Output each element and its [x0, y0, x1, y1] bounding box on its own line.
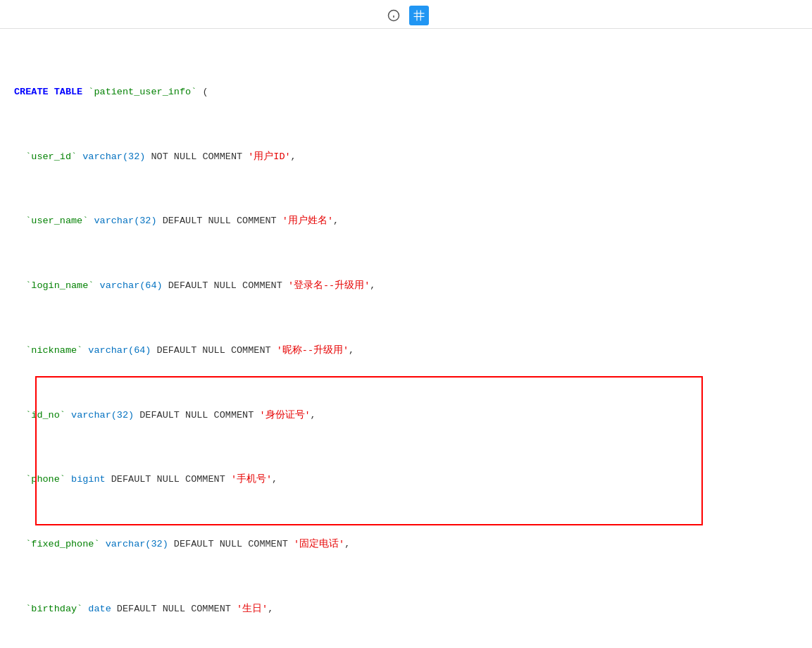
svg-rect-3	[413, 11, 424, 21]
info-icon[interactable]	[384, 6, 404, 25]
table-icon[interactable]	[409, 6, 429, 25]
code-line-6: `id_no` varchar(32) DEFAULT NULL COMMENT…	[14, 408, 798, 424]
code-line-1: CREATE TABLE `patient_user_info` (	[14, 85, 798, 101]
code-line-5: `nickname` varchar(64) DEFAULT NULL COMM…	[14, 343, 798, 359]
code-line-2: `user_id` varchar(32) NOT NULL COMMENT '…	[14, 149, 798, 166]
code-line-3: `user_name` varchar(32) DEFAULT NULL COM…	[14, 213, 798, 230]
code-line-8: `fixed_phone` varchar(32) DEFAULT NULL C…	[14, 537, 798, 553]
toolbar	[0, 0, 812, 29]
code-container: CREATE TABLE `patient_user_info` ( `user…	[0, 29, 812, 648]
code-line-7: `phone` bigint DEFAULT NULL COMMENT '手机号…	[14, 472, 798, 488]
code-line-4: `login_name` varchar(64) DEFAULT NULL CO…	[14, 278, 798, 294]
code-line-9: `birthday` date DEFAULT NULL COMMENT '生日…	[14, 602, 798, 618]
